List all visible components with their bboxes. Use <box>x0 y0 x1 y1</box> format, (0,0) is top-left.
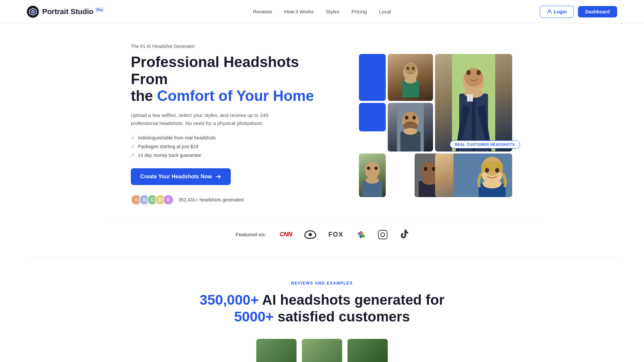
svg-point-9 <box>407 67 409 70</box>
check-item-3: ✓ 14 day money back guarantee <box>131 152 325 158</box>
proof-text: 352,431+ headshots generated <box>178 197 244 202</box>
svg-point-45 <box>485 168 489 173</box>
svg-point-2 <box>32 11 34 13</box>
grid-cell-woman <box>388 54 433 101</box>
check-item-1: ✓ Indistinguishable from real headshots <box>131 135 325 141</box>
cta-button[interactable]: Create Your Headshots Now <box>131 168 231 185</box>
reviews-count-2: 5000+ <box>234 309 274 324</box>
login-button[interactable]: Login <box>540 6 574 18</box>
svg-point-19 <box>467 70 471 75</box>
reviews-title: 350,000+ AI headshots generated for 5000… <box>27 292 617 325</box>
hero-photo-grid: REAL CUSTOMER HEADSHOTS <box>359 54 513 195</box>
instagram-logo <box>378 230 387 239</box>
nav-actions: Login Dashboard <box>540 6 617 18</box>
reviews-text-2: satisfied customers <box>274 309 410 324</box>
svg-point-10 <box>412 67 415 70</box>
check-text-1: Indistinguishable from real headshots <box>138 135 216 140</box>
avatar-group: A B C D E <box>131 194 174 205</box>
svg-point-29 <box>365 162 380 179</box>
navbar: Portrait StudioPro Reviews How it Works … <box>0 0 644 23</box>
nav-local[interactable]: Local <box>379 9 391 14</box>
svg-point-13 <box>464 68 483 87</box>
cnn-logo: CNN <box>280 231 292 238</box>
logo[interactable]: Portrait StudioPro <box>27 6 104 18</box>
svg-point-46 <box>495 168 499 173</box>
logo-icon <box>27 6 39 18</box>
arrow-right-icon <box>215 174 221 180</box>
svg-point-20 <box>477 70 481 75</box>
review-thumb-1 <box>256 339 297 362</box>
check-icon-2: ✓ <box>131 143 135 149</box>
svg-point-31 <box>366 177 379 184</box>
nav-how-it-works[interactable]: How it Works <box>284 9 314 14</box>
review-thumbnails <box>27 339 617 362</box>
logo-text: Portrait StudioPro <box>42 7 104 16</box>
hero-checklist: ✓ Indistinguishable from real headshots … <box>131 135 325 158</box>
avatar-5: E <box>163 194 174 205</box>
check-icon-1: ✓ <box>131 135 135 141</box>
svg-point-6 <box>405 63 417 74</box>
fox-logo: FOX <box>328 231 343 238</box>
hero-section: The #1 AI Headshot Generator Professiona… <box>104 23 540 219</box>
real-customer-badge: REAL CUSTOMER HEADSHOTS <box>450 140 520 148</box>
check-text-2: Packages starting at just $19 <box>138 144 198 149</box>
nav-pricing[interactable]: Pricing <box>352 9 367 14</box>
svg-point-8 <box>405 77 417 83</box>
nav-reviews[interactable]: Reviews <box>253 9 272 14</box>
grid-cell-man-suit <box>435 54 512 152</box>
cbs-logo <box>304 230 316 239</box>
hero-description: Upload a few selfies, select your styles… <box>131 111 285 127</box>
nav-links: Reviews How it Works Styles Pricing Loca… <box>253 9 391 14</box>
svg-point-32 <box>367 167 370 170</box>
check-item-2: ✓ Packages starting at just $19 <box>131 143 325 149</box>
grid-cell-man-beard <box>388 103 433 152</box>
reviews-count-1: 350,000+ <box>200 292 259 308</box>
check-icon-3: ✓ <box>131 152 135 158</box>
reviews-tag: REVIEWS AND EXAMPLES <box>27 281 617 286</box>
svg-point-28 <box>413 116 416 120</box>
grid-cell-blue-1 <box>359 54 386 101</box>
svg-point-27 <box>405 116 409 120</box>
reviews-text-1: AI headshots generated for <box>259 292 444 308</box>
featured-label: Featured on: <box>236 232 266 237</box>
hero-title-blue: Comfort of Your Home <box>157 87 314 104</box>
review-thumb-2 <box>302 339 342 362</box>
svg-point-33 <box>374 167 378 170</box>
featured-logos: CNN FOX <box>280 229 409 240</box>
nav-styles[interactable]: Styles <box>326 9 339 14</box>
tiktok-logo <box>399 229 408 240</box>
grid-cell-woman-blonde <box>435 154 512 197</box>
hero-title-normal: the <box>131 87 157 104</box>
grid-cell-blue-small <box>359 103 386 131</box>
svg-point-3 <box>548 10 550 12</box>
svg-point-38 <box>424 167 427 171</box>
dashboard-button[interactable]: Dashboard <box>578 6 617 17</box>
check-text-3: 14 day money back guarantee <box>138 153 201 158</box>
featured-section: Featured on: CNN FOX <box>104 219 540 257</box>
user-icon <box>547 9 552 14</box>
social-proof: A B C D E 352,431+ headshots generated <box>131 194 325 205</box>
hero-title: Professional Headshots From the Comfort … <box>131 54 325 105</box>
svg-point-44 <box>483 179 501 188</box>
grid-cell-man-outdoor <box>359 154 386 197</box>
nbc-logo <box>355 231 366 238</box>
reviews-section: REVIEWS AND EXAMPLES 350,000+ AI headsho… <box>0 257 644 362</box>
hero-content: The #1 AI Headshot Generator Professiona… <box>131 44 325 205</box>
svg-point-26 <box>404 128 417 135</box>
review-thumb-3 <box>347 339 388 362</box>
svg-point-16 <box>464 89 483 98</box>
hero-tag: The #1 AI Headshot Generator <box>131 44 325 49</box>
